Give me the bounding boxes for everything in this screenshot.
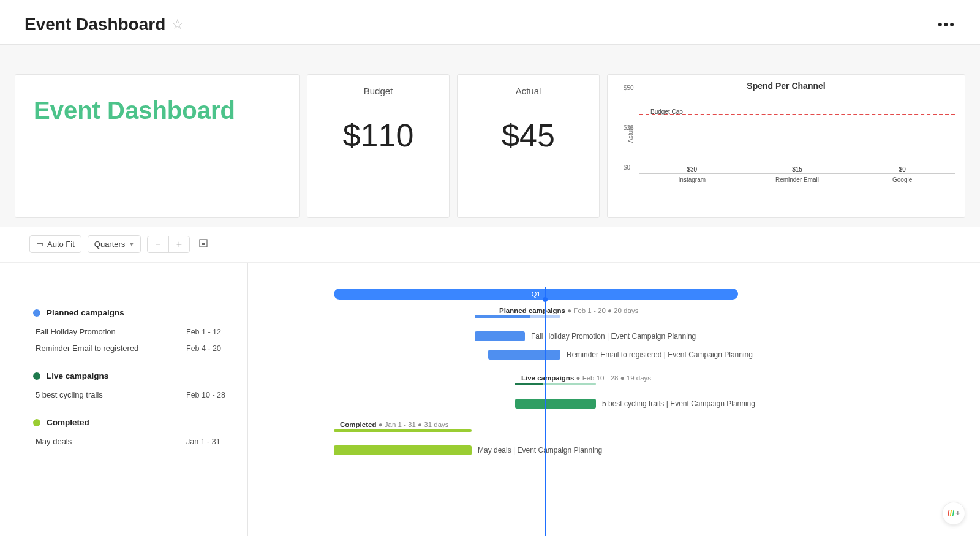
gantt-task-bar-label: Reminder Email to registered | Event Cam…	[567, 350, 753, 360]
gantt-task-dates: Jan 1 - 31	[186, 437, 247, 446]
gantt-task-bar[interactable]: Fall Holiday Promotion | Event Campaign …	[475, 331, 525, 341]
gantt-quarter-bar[interactable]: Q1	[334, 289, 738, 300]
more-menu-icon[interactable]: •••	[938, 17, 956, 32]
export-icon[interactable]	[196, 236, 211, 253]
granularity-dropdown[interactable]: Quarters ▼	[88, 235, 141, 253]
actual-kpi-card: Actual $45	[457, 74, 600, 218]
gantt-task-bar-label: Fall Holiday Promotion | Event Campaign …	[531, 331, 696, 341]
gantt-group-name: Completed	[47, 418, 89, 427]
actual-value: $45	[502, 117, 555, 154]
gantt-task-list: Planned campaigns Fall Holiday Promotion…	[0, 263, 248, 536]
chart-bar-value: $0	[899, 166, 906, 173]
svg-rect-1	[202, 243, 205, 245]
gantt-today-line	[545, 287, 546, 536]
gantt-task-dates: Feb 1 - 12	[186, 328, 247, 336]
gantt-group-header[interactable]: Live campaigns	[33, 371, 247, 380]
hero-title: Event Dashboard	[34, 97, 235, 124]
chart-plot-area: Actual $0 $25 $50 Budget Cap $30 $15	[639, 94, 955, 174]
gantt-task-name: Reminder Email to registered	[33, 344, 186, 353]
chart-title: Spend Per Channel	[617, 81, 955, 91]
gantt-task-bar[interactable]: 5 best cycling trails | Event Campaign P…	[515, 399, 596, 409]
actual-label: Actual	[516, 86, 541, 96]
gantt-task-bar[interactable]: May deals | Event Campaign Planning	[334, 445, 472, 455]
gantt-task-dates: Feb 4 - 20	[186, 344, 247, 353]
gantt-group-header[interactable]: Completed	[33, 418, 247, 427]
gantt-task-bar[interactable]: Reminder Email to registered | Event Cam…	[488, 350, 560, 360]
status-dot	[33, 309, 40, 317]
gantt-summary-meta: ● Feb 10 - 28 ● 19 days	[576, 374, 652, 382]
chevron-down-icon: ▼	[129, 241, 134, 247]
budget-kpi-card: Budget $110	[307, 74, 450, 218]
zoom-control: − +	[147, 236, 190, 253]
chart-y-tick: $50	[624, 85, 634, 91]
gantt-summary-meta: ● Jan 1 - 31 ● 31 days	[379, 421, 449, 428]
calendar-icon: ▭	[36, 240, 43, 249]
chart-x-label: Google	[850, 176, 954, 183]
star-icon[interactable]: ☆	[172, 17, 184, 32]
gantt-summary-label: Completed	[340, 421, 376, 428]
gantt-task-row[interactable]: May deals Jan 1 - 31	[33, 433, 247, 450]
hero-card: Event Dashboard	[15, 74, 300, 218]
chart-bar[interactable]: $30	[640, 166, 744, 174]
zoom-in-button[interactable]: +	[168, 236, 189, 252]
gantt-task-name: Fall Holiday Promotion	[33, 327, 186, 336]
gantt-summary-bar[interactable]: Completed ● Jan 1 - 31 ● 31 days	[334, 429, 472, 432]
gantt-task-row[interactable]: Reminder Email to registered Feb 4 - 20	[33, 340, 247, 357]
chart-x-label: Reminder Email	[745, 176, 850, 183]
status-dot	[33, 372, 40, 380]
chart-y-tick: $25	[624, 124, 634, 131]
gantt-summary-meta: ● Feb 1 - 20 ● 20 days	[567, 307, 638, 314]
chart-x-label: Instagram	[640, 176, 744, 183]
gantt-task-bar-label: 5 best cycling trails | Event Campaign P…	[602, 399, 755, 409]
chart-bar-value: $30	[687, 166, 697, 173]
spend-chart-card: Spend Per Channel Actual $0 $25 $50 Budg…	[607, 74, 965, 218]
granularity-label: Quarters	[94, 240, 126, 249]
autofit-label: Auto Fit	[47, 240, 75, 249]
autofit-button[interactable]: ▭ Auto Fit	[29, 235, 81, 253]
gantt-summary-bar[interactable]: Planned campaigns ● Feb 1 - 20 ● 20 days	[475, 315, 560, 318]
gantt-task-row[interactable]: Fall Holiday Promotion Feb 1 - 12	[33, 323, 247, 340]
chart-bar[interactable]: $15	[745, 166, 850, 174]
floating-action-button[interactable]: ///+	[942, 502, 965, 525]
status-dot	[33, 419, 40, 426]
page-title: Event Dashboard	[24, 15, 165, 34]
gantt-group-name: Planned campaigns	[47, 308, 124, 317]
budget-label: Budget	[364, 86, 393, 96]
gantt-task-name: 5 best cycling trails	[33, 390, 186, 399]
chart-bar-value: $15	[792, 166, 802, 173]
gantt-task-name: May deals	[33, 437, 186, 446]
gantt-summary-label: Live campaigns	[521, 374, 574, 382]
budget-value: $110	[343, 117, 414, 154]
chart-y-tick: $0	[624, 164, 630, 171]
gantt-task-dates: Feb 10 - 28	[186, 391, 247, 399]
gantt-task-row[interactable]: 5 best cycling trails Feb 10 - 28	[33, 387, 247, 403]
gantt-timeline[interactable]: Q1 Planned campaigns ● Feb 1 - 20 ● 20 d…	[248, 263, 980, 536]
gantt-task-bar-label: May deals | Event Campaign Planning	[478, 445, 602, 455]
gantt-group-name: Live campaigns	[47, 371, 108, 380]
gantt-summary-label: Planned campaigns	[499, 307, 565, 314]
zoom-out-button[interactable]: −	[148, 236, 168, 252]
chart-bar[interactable]: $0	[850, 166, 954, 174]
gantt-group-header[interactable]: Planned campaigns	[33, 308, 247, 317]
gantt-summary-bar[interactable]: Live campaigns ● Feb 10 - 28 ● 19 days	[515, 383, 596, 385]
gantt-today-dot	[543, 297, 548, 302]
